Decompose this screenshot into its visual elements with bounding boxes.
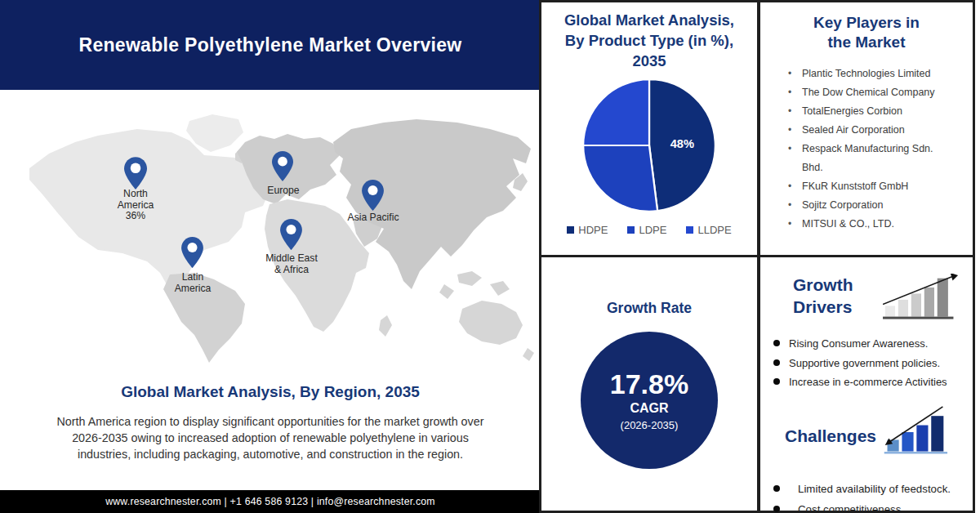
key-player-item: Sealed Air Corporation [788,121,950,140]
key-players-panel: Key Players in the Market Plantic Techno… [758,0,975,257]
declining-arrow-blue-bars-icon [881,405,961,459]
cagr-label: CAGR [630,401,668,416]
legend-label: LDPE [639,224,666,236]
map-label-asia-pacific: Asia Pacific [348,212,399,224]
growth-rate-panel: Growth Rate 17.8% CAGR (2026-2035) [539,255,760,513]
growth-driver-item: Supportive government policies. [773,354,961,373]
key-player-item: FKuR Kunststoff GmbH [788,177,950,196]
pie-chart-title: Global Market Analysis, By Product Type … [553,10,746,71]
growth-driver-item: Increase in e-commerce Activities [773,372,961,392]
pie-slice-ldpe [583,145,657,212]
key-player-item: MITSUI & CO., LTD. [788,215,950,234]
key-players-heading: Key Players in the Market [805,13,928,52]
map-pin-asia-pacific-icon [362,180,385,212]
key-player-item: Sojitz Corporation [788,196,950,215]
world-map [0,90,541,376]
region-analysis-description: North America region to display signific… [47,413,493,462]
legend-item-lldpe: LLDPE [686,224,731,236]
header-banner: Renewable Polyethylene Market Overview [0,0,541,90]
challenges-list: Limited availability of feedstock.Cost c… [773,479,961,513]
rising-bars-gray-icon [883,274,960,324]
footer-bar: www.researchnester.com | +1 646 586 9123… [0,490,541,513]
product-type-pie-panel: Global Market Analysis, By Product Type … [539,0,760,257]
pie-legend: HDPELDPELLDPE [541,224,757,236]
map-pin-north-america-icon [124,157,147,190]
infographic-canvas: Renewable Polyethylene Market Overview [0,0,980,513]
cagr-circle: 17.8% CAGR (2026-2035) [581,332,718,469]
key-player-item: TotalEnergies Corbion [788,102,950,121]
map-pin-middle-east-africa-icon [280,219,303,252]
pie-data-label: 48% [670,137,694,150]
key-player-item: Plantic Technologies Limited [788,65,950,83]
map-pin-europe-icon [272,151,295,184]
key-player-item: Respack Manufacturing Sdn. Bhd. [788,140,950,177]
world-map-area: North America 36% Europe Asia Pacific Mi… [0,90,541,376]
map-label-europe: Europe [267,185,299,197]
legend-swatch-icon [627,226,635,234]
challenges-heading: Challenges [785,426,876,446]
legend-item-hdpe: HDPE [567,224,608,236]
footer-contact-text: www.researchnester.com | +1 646 586 9123… [105,496,435,507]
growth-driver-item: Rising Consumer Awareness. [773,334,961,354]
legend-label: LLDPE [697,224,731,236]
map-label-north-america: North America 36% [118,189,154,222]
drivers-challenges-panel: Growth Drivers Rising Consumer Awareness… [758,255,975,513]
challenge-item: Limited availability of feedstock. [773,479,961,500]
key-player-item: The Dow Chemical Company [788,83,950,102]
growth-drivers-heading: Growth Drivers [793,274,883,318]
map-label-middle-east-africa: Middle East & Africa [265,253,318,275]
pie-slice-lldpe [583,79,649,145]
legend-item-ldpe: LDPE [627,224,666,236]
cagr-period: (2026-2035) [621,419,679,431]
product-type-pie-chart: 48% [579,75,719,216]
page-title: Renewable Polyethylene Market Overview [78,34,461,56]
challenge-item: Cost competitiveness. [773,499,961,513]
map-pin-latin-america-icon [181,237,204,270]
cagr-value: 17.8% [610,369,688,399]
region-analysis-heading: Global Market Analysis, By Region, 2035 [0,383,541,401]
legend-label: HDPE [578,224,608,236]
legend-swatch-icon [686,226,693,234]
growth-drivers-list: Rising Consumer Awareness.Supportive gov… [773,334,961,392]
growth-rate-heading: Growth Rate [541,300,757,317]
key-players-list: Plantic Technologies LimitedThe Dow Chem… [788,65,950,234]
legend-swatch-icon [567,226,574,234]
map-label-latin-america: Latin America [175,272,212,294]
